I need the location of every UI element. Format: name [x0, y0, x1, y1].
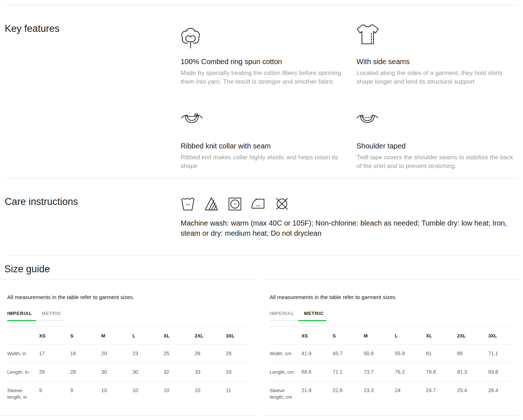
- cell: 30: [101, 363, 132, 382]
- col-header: M: [101, 327, 132, 345]
- cell: 26: [195, 345, 226, 363]
- cell: 10: [164, 382, 195, 407]
- cell: 61: [426, 345, 457, 363]
- size-panel-metric: All measurements in the table refer to g…: [263, 279, 518, 416]
- col-header: 3XL: [488, 327, 511, 345]
- tab-metric[interactable]: METRIC: [36, 311, 64, 321]
- cell: 81.3: [457, 363, 488, 382]
- care-instructions-title: Care instructions: [5, 196, 181, 207]
- key-features-title: Key features: [5, 23, 181, 34]
- col-header: S: [333, 327, 364, 345]
- col-header: 2XL: [195, 327, 226, 345]
- cell: 24: [395, 382, 426, 407]
- tab-underline: [36, 320, 64, 321]
- size-table-metric: XS S M L XL 2XL 3XL Width, cm 41.9 45.7: [270, 327, 511, 406]
- cell: 71.1: [488, 345, 511, 363]
- cell: 10: [132, 382, 164, 407]
- feature-item-ribbed-collar: Ribbed knit collar with seam Ribbed knit…: [181, 94, 357, 178]
- cell: 25.4: [457, 382, 488, 407]
- tab-underline: [7, 320, 36, 321]
- cell: 28: [70, 363, 101, 382]
- cell: 32: [164, 363, 195, 382]
- product-details-page: Key features 100% Combed ring spun cotto…: [0, 0, 523, 420]
- col-header: L: [395, 327, 426, 345]
- col-header: 2XL: [457, 327, 488, 345]
- feature-description: Twill tape covers the shoulder seams to …: [357, 153, 519, 171]
- cell: 23.3: [364, 382, 395, 407]
- non-chlorine-bleach-icon: [204, 196, 219, 211]
- cell: 22.6: [333, 382, 364, 407]
- feature-title: Shoulder taped: [357, 142, 523, 150]
- tab-underline: [270, 320, 298, 321]
- cell: 33: [195, 363, 226, 382]
- machine-wash-warm-icon: [181, 196, 195, 211]
- size-panel-imperial: All measurements in the table refer to g…: [0, 279, 257, 416]
- table-row: Length, cm 68.6 71.1 73.7 76.2 78.8 81.3…: [270, 363, 511, 382]
- row-label: Length, cm: [270, 363, 301, 382]
- col-header: L: [132, 327, 164, 345]
- cell: 73.7: [364, 363, 395, 382]
- care-icons-row: [181, 196, 515, 211]
- feature-title: 100% Combed ring spun cotton: [181, 57, 357, 66]
- measurements-note: All measurements in the table refer to g…: [270, 294, 518, 301]
- cell: 9: [70, 382, 101, 407]
- cell: 50.8: [364, 345, 395, 363]
- cell: 9: [39, 382, 70, 407]
- table-row: Width, cm 41.9 45.7 50.8 55.9 61 66 71.1: [270, 345, 511, 363]
- do-not-dryclean-icon: [275, 196, 289, 211]
- table-header-row: XS S M L XL 2XL 3XL: [7, 327, 249, 345]
- cell: 20: [101, 345, 132, 363]
- table-row: Width, in 17 18 20 23 25 26 28: [7, 345, 249, 363]
- cell: 78.8: [426, 363, 457, 382]
- cell: 17: [39, 345, 70, 363]
- col-header: 3XL: [226, 327, 249, 345]
- table-row: Sleeve length, cm 21.9 22.6 23.3 24 24.7…: [270, 382, 511, 407]
- cell: 76.2: [395, 363, 426, 382]
- table-row: Sleeve length, in 9 9 10 10 10 10 11: [7, 382, 249, 407]
- key-features-section: Key features 100% Combed ring spun cotto…: [0, 5, 523, 178]
- cell: 28: [226, 345, 249, 363]
- unit-tabs: IMPERIAL METRIC: [270, 311, 518, 321]
- cell: 25: [164, 345, 195, 363]
- feature-description: Ribbed knit makes collar highly elastic …: [181, 153, 343, 171]
- tshirt-side-seams-icon: [357, 24, 523, 57]
- col-header: XL: [426, 327, 457, 345]
- tab-imperial[interactable]: IMPERIAL: [7, 311, 36, 321]
- cell: 18: [70, 345, 101, 363]
- tab-metric[interactable]: METRIC: [298, 311, 326, 321]
- cell: 11: [226, 382, 249, 407]
- cell: 66: [457, 345, 488, 363]
- row-label: Length, in: [7, 363, 39, 382]
- col-header: XS: [301, 327, 333, 345]
- cell: 45.7: [333, 345, 364, 363]
- col-header: XL: [164, 327, 195, 345]
- size-guide-title: Size guide: [4, 264, 523, 275]
- feature-item-shoulder-taped: Shoulder taped Twill tape covers the sho…: [357, 94, 523, 178]
- care-instructions-section: Care instructions: [0, 178, 523, 256]
- col-header: S: [70, 327, 101, 345]
- cotton-icon: [181, 24, 357, 57]
- cell: 28: [39, 363, 70, 382]
- cell: 10: [101, 382, 132, 407]
- feature-description: Located along the sides of a garment, th…: [357, 69, 519, 86]
- row-label: Sleeve length, cm: [270, 382, 301, 407]
- cell: 21.9: [301, 382, 333, 407]
- section-divider: [5, 256, 518, 256]
- cell: 55.9: [395, 345, 426, 363]
- cell: 83.8: [488, 363, 511, 382]
- row-label: Width, in: [7, 345, 39, 363]
- col-header: XS: [39, 327, 70, 345]
- size-table-imperial: XS S M L XL 2XL 3XL Width, in 17 18 20: [7, 327, 249, 406]
- cell: 26.4: [488, 382, 511, 407]
- ribbed-collar-icon: [181, 112, 357, 142]
- tab-imperial[interactable]: IMPERIAL: [270, 311, 298, 321]
- table-row: Length, in 28 28 30 30 32 33 33: [7, 363, 249, 382]
- care-instructions-text: Machine wash: warm (max 40C or 105F); No…: [181, 218, 515, 238]
- unit-tabs: IMPERIAL METRIC: [7, 311, 257, 321]
- cell: 24.7: [426, 382, 457, 407]
- cell: 41.9: [301, 345, 333, 363]
- table-header-row: XS S M L XL 2XL 3XL: [270, 327, 511, 345]
- tab-underline: [298, 320, 326, 321]
- cell: 68.6: [301, 363, 333, 382]
- feature-description: Made by specially treating the cotton fi…: [181, 69, 343, 86]
